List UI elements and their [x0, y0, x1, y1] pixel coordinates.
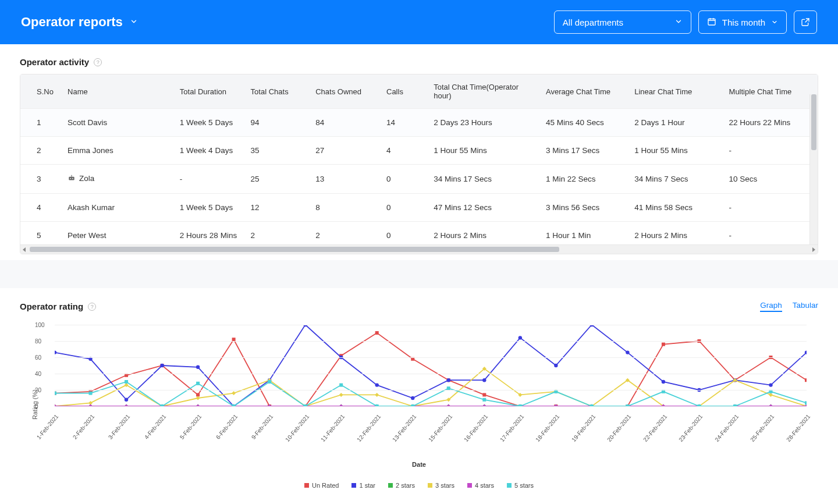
table-cell: 10 Secs [723, 165, 818, 194]
y-tick: 80 [35, 338, 41, 345]
column-header[interactable]: Linear Chat Time [628, 74, 723, 109]
legend-item[interactable]: 1 star [351, 482, 375, 489]
title-dropdown-icon[interactable] [130, 17, 138, 27]
legend-item[interactable]: 2 stars [388, 482, 415, 489]
table-cell: 1 Hour 1 Min [540, 222, 628, 245]
x-tick: 2-Feb-2021 [71, 413, 95, 441]
y-tick: 100 [35, 322, 45, 328]
table-cell: 45 Mins 40 Secs [540, 109, 628, 137]
table-cell: 35 [245, 137, 310, 165]
table-cell: 4 [20, 194, 62, 222]
bot-icon [68, 174, 76, 184]
column-header[interactable]: Total Chat Time(Operator hour) [428, 74, 540, 109]
x-tick: 23-Feb-2021 [678, 413, 704, 443]
x-tick: 11-Feb-2021 [319, 413, 346, 443]
help-icon[interactable]: ? [88, 303, 96, 311]
table-cell: 4 [381, 137, 428, 165]
view-tabular[interactable]: Tabular [793, 301, 818, 312]
table-cell: 1 Min 22 Secs [540, 165, 628, 194]
table-cell: Scott Davis [62, 109, 174, 137]
view-graph[interactable]: Graph [760, 301, 782, 312]
table-cell: 94 [245, 109, 310, 137]
table-row[interactable]: 5Peter West2 Hours 28 Mins2202 Hours 2 M… [20, 222, 818, 245]
date-range-label: This month [722, 17, 765, 27]
table-cell: 13 [310, 165, 381, 194]
column-header[interactable]: Average Chat Time [540, 74, 628, 109]
operator-activity-section: Operator activity ? S.NoNameTotal Durati… [0, 44, 838, 260]
table-cell: 2 Hours 2 Mins [428, 222, 540, 245]
y-tick: 0 [35, 403, 38, 410]
svg-rect-50 [89, 392, 93, 395]
svg-rect-22 [662, 343, 665, 346]
svg-point-38 [447, 378, 450, 382]
column-header[interactable]: S.No [20, 74, 62, 109]
table-cell: 5 [20, 222, 62, 245]
legend-item[interactable]: 5 stars [507, 482, 534, 489]
table-row[interactable]: 3Zola-2513034 Mins 17 Secs1 Min 22 Secs3… [20, 165, 818, 194]
table-cell: 34 Mins 7 Secs [628, 165, 723, 194]
y-tick: 40 [35, 371, 41, 377]
table-row[interactable]: 1Scott Davis1 Week 5 Days9484142 Days 23… [20, 109, 818, 137]
svg-rect-0 [708, 19, 715, 25]
svg-rect-55 [268, 380, 271, 384]
svg-point-27 [55, 350, 56, 354]
table-cell: 12 [245, 194, 310, 222]
x-tick: 9-Feb-2021 [250, 413, 275, 441]
table-cell: 47 Mins 12 Secs [428, 194, 540, 222]
table-cell: 2 [310, 222, 381, 245]
table-cell: Akash Kumar [62, 194, 174, 222]
table-cell: 3 Mins 56 Secs [540, 194, 628, 222]
export-button[interactable] [794, 10, 817, 34]
export-icon [801, 17, 810, 27]
date-range-filter[interactable]: This month [698, 10, 787, 34]
table-cell: 3 Mins 17 Secs [540, 137, 628, 165]
svg-rect-61 [482, 398, 486, 402]
x-tick: 13-Feb-2021 [391, 413, 417, 443]
x-tick: 3-Feb-2021 [107, 413, 132, 441]
legend-item[interactable]: Un Rated [304, 482, 339, 489]
table-cell: 14 [381, 109, 428, 137]
x-tick: 22-Feb-2021 [642, 413, 668, 443]
table-cell: 3 [20, 165, 62, 194]
table-row[interactable]: 4Akash Kumar1 Week 5 Days128047 Mins 12 … [20, 194, 818, 222]
column-header[interactable]: Multiple Chat Time [723, 74, 818, 109]
activity-table: S.NoNameTotal DurationTotal ChatsChats O… [20, 74, 818, 254]
column-header[interactable]: Total Chats [245, 74, 310, 109]
x-tick: 28-Feb-2021 [785, 413, 811, 443]
legend-item[interactable]: 3 stars [428, 482, 454, 489]
column-header[interactable]: Chats Owned [310, 74, 381, 109]
chevron-down-icon [674, 17, 683, 27]
table-cell: 0 [381, 165, 428, 194]
table-cell: 1 Week 5 Days [174, 109, 245, 137]
table-cell: 84 [310, 109, 381, 137]
department-filter[interactable]: All departments [554, 10, 691, 34]
legend-item[interactable]: 4 stars [467, 482, 494, 489]
x-axis-ticks: 1-Feb-20212-Feb-20213-Feb-20214-Feb-2021… [55, 410, 807, 455]
x-tick: 20-Feb-2021 [606, 413, 633, 443]
y-tick: 20 [35, 387, 41, 393]
column-header[interactable]: Calls [381, 74, 428, 109]
operator-rating-section: Operator rating ? Graph Tabular Rating (… [0, 288, 838, 495]
activity-table-scroll[interactable]: S.NoNameTotal DurationTotal ChatsChats O… [20, 74, 818, 244]
help-icon[interactable]: ? [94, 58, 102, 66]
x-tick: 5-Feb-2021 [179, 413, 203, 441]
table-cell: 34 Mins 17 Secs [428, 165, 540, 194]
x-tick: 25-Feb-2021 [750, 413, 776, 443]
rating-chart: Rating (%) 020406080100 1-Feb-20212-Feb-… [20, 320, 818, 489]
column-header[interactable]: Name [62, 74, 174, 109]
department-filter-label: All departments [563, 17, 623, 27]
vertical-scrollbar[interactable] [809, 94, 818, 244]
table-cell: 1 Week 4 Days [174, 137, 245, 165]
rating-title: Operator rating [20, 301, 83, 311]
table-cell: Peter West [62, 222, 174, 245]
column-header[interactable]: Total Duration [174, 74, 245, 109]
horizontal-scrollbar[interactable] [20, 244, 818, 254]
legend-swatch [388, 483, 393, 488]
table-row[interactable]: 2Emma Jones1 Week 4 Days352741 Hour 55 M… [20, 137, 818, 165]
table-cell: 2 [20, 137, 62, 165]
svg-point-37 [411, 396, 414, 400]
table-cell: Zola [62, 165, 174, 194]
svg-point-41 [554, 364, 558, 367]
app-header: Operator reports All departments This mo… [0, 0, 838, 44]
table-cell: 2 Days 23 Hours [428, 109, 540, 137]
